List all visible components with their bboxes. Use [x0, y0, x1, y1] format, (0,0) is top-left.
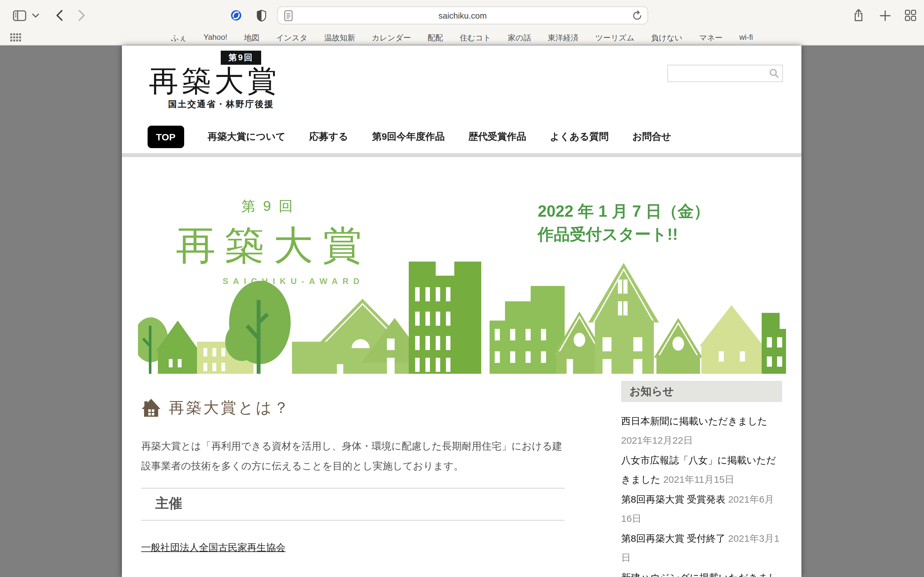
news-item[interactable]: 西日本新聞に掲載いただきました 2021年12月22日 [621, 412, 782, 450]
news-item-link[interactable]: 第8回再築大賞 受付終了 [621, 533, 725, 544]
about-body-text: 再築大賞とは「再利用できる資材を活用し、身体・環境に配慮した長期耐用住宅」におけ… [141, 436, 565, 476]
bookmark-item[interactable]: マネー [699, 33, 722, 44]
logo-edition-badge: 第9回 [221, 51, 261, 65]
banner-announcement: 2022 年 1 月 7 日（金） 作品受付スタート!! [538, 199, 710, 245]
back-button[interactable] [51, 8, 67, 23]
bookmark-item[interactable]: 住むコト [460, 33, 491, 44]
bookmark-item[interactable]: 家の話 [508, 33, 531, 44]
house-icon [141, 398, 161, 417]
news-item-link[interactable]: 西日本新聞に掲載いただきました [621, 416, 767, 426]
news-item[interactable]: 第8回再築大賞 受付終了 2021年3月1日 [621, 529, 782, 567]
logo-subtitle: 国土交通省・林野庁後援 [168, 98, 280, 110]
news-heading: お知らせ [621, 381, 782, 402]
page-background: 第9回 再築大賞 国土交通省・林野庁後援 TOP 再築大賞について 応募する 第… [0, 45, 924, 577]
forward-button[interactable] [74, 8, 89, 23]
news-item[interactable]: 八女市広報誌「八女」に掲載いただきました 2021年11月15日 [621, 451, 782, 489]
bookmark-item[interactable]: カレンダー [372, 33, 411, 44]
banner-start-line: 作品受付スタート!! [538, 222, 710, 245]
privacy-shield-icon[interactable] [254, 8, 269, 23]
bookmark-item[interactable]: 地図 [244, 33, 259, 44]
about-heading: 再築大賞とは？ [141, 398, 565, 418]
news-sidebar: お知らせ 西日本新聞に掲載いただきました 2021年12月22日 八女市広報誌「… [621, 381, 782, 577]
tab-overview-button[interactable] [903, 8, 918, 23]
share-icon[interactable] [851, 8, 866, 23]
site-content: 第9回 再築大賞 国土交通省・林野庁後援 TOP 再築大賞について 応募する 第… [122, 45, 801, 577]
nav-item-top[interactable]: TOP [148, 126, 184, 148]
news-list: 西日本新聞に掲載いただきました 2021年12月22日 八女市広報誌「八女」に掲… [621, 412, 782, 577]
site-search-box [667, 65, 783, 82]
address-bar[interactable]: saichiku.com [277, 6, 648, 24]
nav-item-contact[interactable]: お問合せ [632, 131, 671, 143]
site-header: 第9回 再築大賞 国土交通省・林野庁後援 [122, 45, 801, 122]
sponsor-heading-block: 主催 [141, 488, 565, 521]
bookmark-item[interactable]: wi-fi [739, 33, 753, 44]
bookmark-item[interactable]: ツーリズム [595, 33, 634, 44]
bookmark-item[interactable]: 温故知新 [325, 33, 355, 44]
browser-chrome: saichiku.com ふぇ Yahoo! 地図 [0, 0, 924, 45]
sponsor-link[interactable]: 一般社団法人全国古民家再生協会 [141, 542, 286, 554]
news-item[interactable]: 新建ハウジングに掲載いただきました [621, 568, 782, 577]
sidebar-toggle-button[interactable] [11, 8, 27, 23]
bookmark-item[interactable]: 東洋経済 [548, 33, 578, 44]
banner-skyline-illustration [138, 261, 786, 374]
bookmarks-bar: ふぇ Yahoo! 地図 インスタ 温故知新 カレンダー 配配 住むコト 家の話… [0, 31, 924, 45]
bookmark-item[interactable]: Yahoo! [204, 33, 227, 44]
nav-item-past-winners[interactable]: 歴代受賞作品 [468, 131, 526, 143]
news-item-date: 2021年12月22日 [621, 435, 693, 446]
bookmark-item[interactable]: インスタ [276, 33, 307, 44]
banner-edition: 第9回 [241, 197, 300, 216]
bookmark-item[interactable]: ふぇ [171, 33, 187, 44]
site-logo[interactable]: 第9回 再築大賞 国土交通省・林野庁後援 [149, 51, 280, 110]
search-icon[interactable] [769, 69, 779, 78]
nav-item-apply[interactable]: 応募する [309, 131, 348, 143]
nav-divider-strip [122, 153, 801, 157]
main-nav: TOP 再築大賞について 応募する 第9回今年度作品 歴代受賞作品 よくある質問… [122, 122, 801, 152]
about-heading-text: 再築大賞とは？ [169, 398, 291, 418]
reload-icon[interactable] [632, 10, 642, 21]
bookmark-item[interactable]: 配配 [428, 33, 443, 44]
extension-icon[interactable] [228, 8, 244, 23]
url-text: saichiku.com [439, 11, 487, 20]
nav-item-current-works[interactable]: 第9回今年度作品 [372, 131, 445, 143]
search-input[interactable] [670, 67, 766, 80]
bookmark-item[interactable]: 負けない [651, 33, 682, 44]
sidebar-chevron-down-icon[interactable] [31, 8, 40, 23]
news-item-date: 2021年11月15日 [663, 474, 734, 485]
nav-item-about[interactable]: 再築大賞について [208, 131, 286, 143]
nav-item-faq[interactable]: よくある質問 [550, 131, 609, 143]
reader-mode-icon[interactable] [284, 10, 292, 21]
sponsor-heading: 主催 [155, 494, 565, 512]
news-item-link[interactable]: 新建ハウジングに掲載いただきました [621, 572, 778, 577]
news-item-link[interactable]: 第8回再築大賞 受賞発表 [621, 494, 725, 504]
banner-date-line: 2022 年 1 月 7 日（金） [538, 199, 710, 222]
news-item[interactable]: 第8回再築大賞 受賞発表 2021年6月16日 [621, 490, 782, 528]
hero-banner[interactable]: 第9回 再築大賞 SAICHIKU-AWARD 2022 年 1 月 7 日（金… [122, 163, 801, 374]
browser-toolbar: saichiku.com [0, 0, 924, 31]
new-tab-button[interactable] [877, 8, 893, 23]
logo-title: 再築大賞 [149, 65, 280, 98]
about-section: 再築大賞とは？ 再築大賞とは「再利用できる資材を活用し、身体・環境に配慮した長期… [141, 392, 565, 554]
